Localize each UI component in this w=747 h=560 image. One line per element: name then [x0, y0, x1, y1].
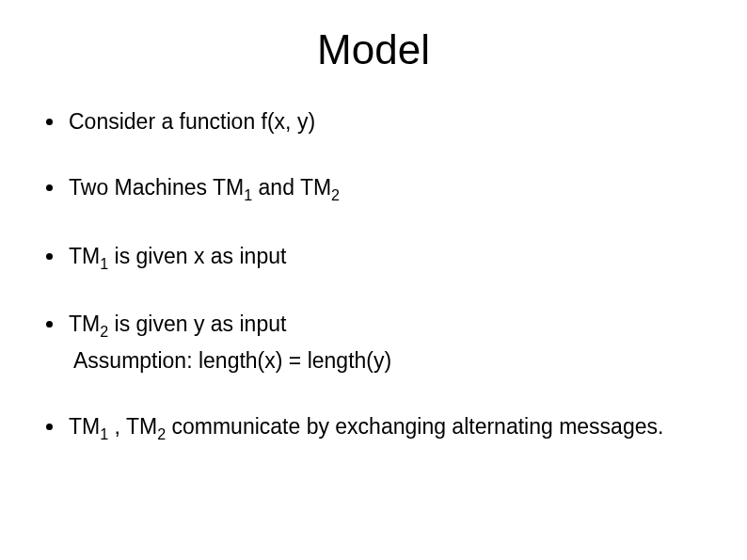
bullet-item: TM1 , TM2 communicate by exchanging alte…	[42, 414, 709, 443]
bullet-item: TM2 is given y as input	[42, 312, 709, 341]
bullet-text: Consider a function f(x, y)	[69, 109, 315, 134]
bullet-text: TM1 , TM2 communicate by exchanging alte…	[69, 414, 663, 439]
bullet-text: Two Machines TM1 and TM2	[69, 175, 340, 200]
slide: Model Consider a function f(x, y) Two Ma…	[0, 0, 747, 560]
bullet-text: TM2 is given y as input	[69, 312, 286, 336]
bullet-text: TM1 is given x as input	[69, 244, 286, 268]
bullet-list: Consider a function f(x, y) Two Machines…	[38, 109, 709, 341]
bullet-item: TM1 is given x as input	[42, 244, 709, 273]
bullet-list-2: TM1 , TM2 communicate by exchanging alte…	[38, 414, 709, 443]
assumption-line: Assumption: length(x) = length(y)	[38, 348, 709, 375]
bullet-item: Consider a function f(x, y)	[42, 109, 709, 136]
bullet-item: Two Machines TM1 and TM2	[42, 175, 709, 204]
slide-title: Model	[38, 26, 709, 73]
